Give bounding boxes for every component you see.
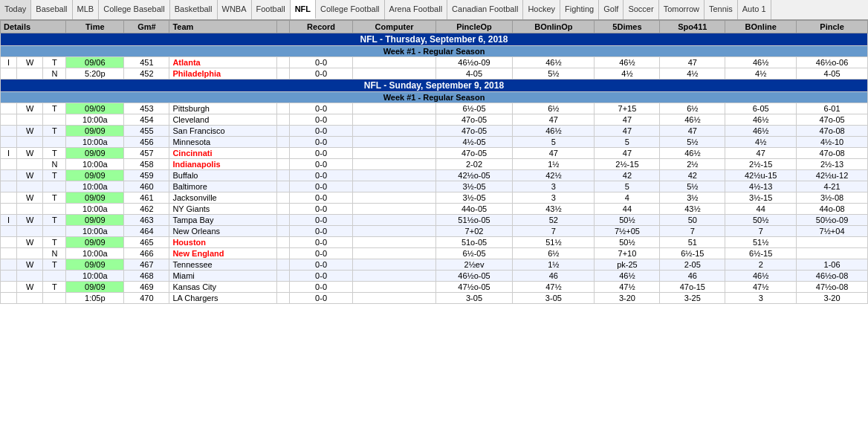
table-cell: 4-05 bbox=[435, 68, 513, 80]
table-cell: 47 bbox=[595, 148, 660, 159]
main-table: Details Time Gm# Team Record Computer Pi… bbox=[0, 20, 868, 304]
table-cell bbox=[277, 114, 289, 126]
nav-mlb[interactable]: MLB bbox=[73, 0, 100, 19]
table-cell: 470 bbox=[124, 293, 169, 304]
table-cell bbox=[353, 215, 435, 226]
table-cell: 47½o-05 bbox=[435, 282, 513, 293]
table-cell: T bbox=[43, 237, 66, 248]
table-cell: 51½ bbox=[725, 237, 797, 248]
nav-college-football[interactable]: College Football bbox=[316, 0, 385, 19]
table-cell: 3-05 bbox=[513, 293, 595, 304]
nav-baseball[interactable]: Baseball bbox=[31, 0, 72, 19]
table-cell: 0-0 bbox=[289, 293, 353, 304]
table-cell bbox=[1, 192, 17, 204]
nav-tomorrow[interactable]: Tomorrow bbox=[659, 0, 705, 19]
table-cell: 2½-15 bbox=[725, 159, 797, 170]
table-cell: 47o-05 bbox=[435, 126, 513, 137]
table-row: 10:00a462NY Giants0-044o-0543½4443½4444o… bbox=[1, 204, 868, 215]
nav-tennis[interactable]: Tennis bbox=[705, 0, 738, 19]
nav-basketball[interactable]: Basketball bbox=[170, 0, 218, 19]
table-cell: 3-20 bbox=[595, 293, 660, 304]
table-cell: 09/09 bbox=[66, 259, 124, 271]
table-cell bbox=[17, 137, 43, 148]
table-cell: W bbox=[17, 170, 43, 181]
nav-soccer[interactable]: Soccer bbox=[624, 0, 658, 19]
nav-auto[interactable]: Auto 1 bbox=[738, 0, 771, 19]
table-cell: 454 bbox=[124, 114, 169, 126]
table-cell: 0-0 bbox=[289, 192, 353, 204]
nav-wnba[interactable]: WNBA bbox=[218, 0, 252, 19]
table-cell bbox=[1, 282, 17, 293]
table-cell: 09/09 bbox=[66, 237, 124, 248]
table-cell: 50 bbox=[660, 215, 725, 226]
table-cell: 5½ bbox=[513, 68, 595, 80]
table-cell bbox=[353, 293, 435, 304]
table-cell: 0-0 bbox=[289, 114, 353, 126]
nav-canadian-football[interactable]: Canadian Football bbox=[447, 0, 523, 19]
table-cell: 09/09 bbox=[66, 148, 124, 159]
nav-football[interactable]: Football bbox=[252, 0, 291, 19]
table-cell bbox=[277, 204, 289, 215]
table-cell bbox=[353, 159, 435, 170]
table-cell bbox=[277, 215, 289, 226]
table-cell bbox=[1, 226, 17, 237]
table-cell bbox=[1, 271, 17, 282]
col-gm: Gm# bbox=[124, 21, 169, 33]
table-cell: 4½ bbox=[725, 68, 797, 80]
table-row: WT09/09455San Francisco0-047o-0546½47474… bbox=[1, 126, 868, 137]
table-cell: 1½ bbox=[513, 159, 595, 170]
table-cell: 42 bbox=[660, 170, 725, 181]
table-cell: 4-21 bbox=[797, 181, 868, 192]
table-cell: 0-0 bbox=[289, 181, 353, 192]
table-cell: W bbox=[17, 215, 43, 226]
table-cell: 7+10 bbox=[595, 248, 660, 259]
nav-golf[interactable]: Golf bbox=[599, 0, 624, 19]
table-cell bbox=[17, 226, 43, 237]
table-row: 10:00a460Baltimore0-03½-05355½4½-134-21 bbox=[1, 181, 868, 192]
table-cell bbox=[277, 259, 289, 271]
table-cell: 4½-05 bbox=[435, 137, 513, 148]
table-cell bbox=[43, 181, 66, 192]
table-cell: 46½ bbox=[725, 57, 797, 68]
table-cell: 4½ bbox=[660, 68, 725, 80]
table-cell bbox=[353, 170, 435, 181]
nav-college-baseball[interactable]: College Baseball bbox=[99, 0, 170, 19]
table-cell: I bbox=[1, 148, 17, 159]
table-cell: 5 bbox=[595, 137, 660, 148]
table-cell bbox=[353, 137, 435, 148]
table-cell: 47½ bbox=[595, 282, 660, 293]
nav-arena-football[interactable]: Arena Football bbox=[385, 0, 448, 19]
table-cell: 09/09 bbox=[66, 192, 124, 204]
nav-today[interactable]: Today bbox=[0, 0, 31, 19]
table-cell: 3-05 bbox=[435, 293, 513, 304]
table-cell: 47o-15 bbox=[660, 282, 725, 293]
table-cell: 43½ bbox=[660, 204, 725, 215]
table-cell: 7 bbox=[725, 226, 797, 237]
table-cell bbox=[353, 248, 435, 259]
table-cell: 42½ bbox=[513, 170, 595, 181]
table-cell: 47 bbox=[513, 148, 595, 159]
table-cell: T bbox=[43, 170, 66, 181]
table-cell: 7+15 bbox=[595, 103, 660, 114]
table-row: 10:00a464New Orleans0-07+0277½+05777½+04 bbox=[1, 226, 868, 237]
table-cell: Baltimore bbox=[169, 181, 277, 192]
table-cell bbox=[353, 204, 435, 215]
nav-hockey[interactable]: Hockey bbox=[523, 0, 560, 19]
table-cell: 46½o-09 bbox=[435, 57, 513, 68]
col-spacer bbox=[277, 21, 289, 33]
nav-nfl[interactable]: NFL bbox=[291, 0, 316, 19]
table-cell: 451 bbox=[124, 57, 169, 68]
table-cell: 44o-08 bbox=[797, 204, 868, 215]
table-cell: 46½ bbox=[513, 126, 595, 137]
table-cell bbox=[353, 237, 435, 248]
table-cell: 0-0 bbox=[289, 57, 353, 68]
table-cell: 0-0 bbox=[289, 226, 353, 237]
table-cell: Jacksonville bbox=[169, 192, 277, 204]
table-cell bbox=[277, 248, 289, 259]
table-cell: 6½-15 bbox=[725, 248, 797, 259]
nav-fighting[interactable]: Fighting bbox=[560, 0, 599, 19]
table-cell bbox=[277, 137, 289, 148]
table-cell: Pittsburgh bbox=[169, 103, 277, 114]
col-pincle: Pincle bbox=[797, 21, 868, 33]
table-cell: Indianapolis bbox=[169, 159, 277, 170]
